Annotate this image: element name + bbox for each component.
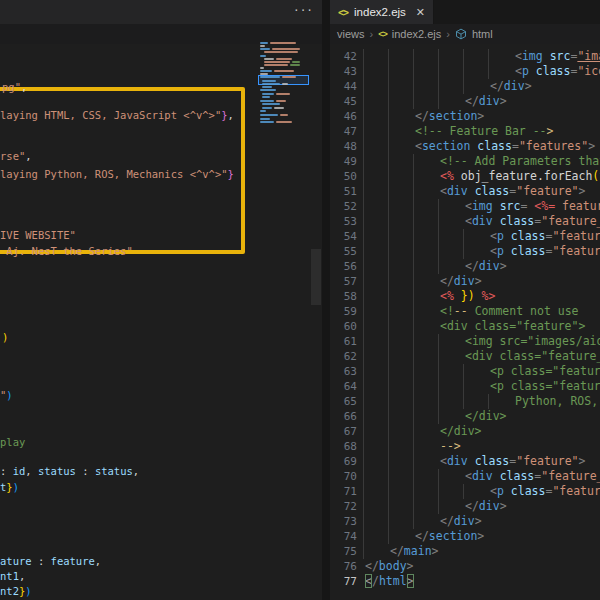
line-number[interactable]: 55 — [330, 244, 357, 259]
line-number[interactable]: 73 — [330, 514, 357, 529]
line-number[interactable]: 57 — [330, 274, 357, 289]
code-line[interactable]: 47<!-- Feature Bar --> — [330, 124, 600, 139]
line-number[interactable]: 43 — [330, 64, 357, 79]
code-line[interactable]: 75</main> — [330, 544, 600, 559]
close-icon[interactable]: ✕ — [416, 6, 425, 19]
code-line[interactable]: laying HTML, CSS, JavaScript <^v^>"}, — [0, 108, 234, 123]
line-number[interactable]: 61 — [330, 334, 357, 349]
breadcrumb-item-html[interactable]: html — [472, 28, 493, 40]
code-line[interactable]: 45</div> — [330, 94, 600, 109]
code-line[interactable]: 66</div> — [330, 409, 600, 424]
editor-group-sash[interactable] — [322, 0, 330, 600]
code-line[interactable]: Aj. NesT the Series" — [0, 244, 133, 259]
code-line[interactable]: 64<p class="feature — [330, 379, 600, 394]
code-line[interactable]: nt2}) — [0, 584, 32, 599]
line-number[interactable]: 53 — [330, 214, 357, 229]
line-number[interactable]: 76 — [330, 559, 357, 574]
breadcrumb-item-views[interactable]: views — [337, 28, 365, 40]
line-number[interactable]: 58 — [330, 289, 357, 304]
line-number[interactable]: 77 — [330, 574, 357, 589]
line-number[interactable]: 67 — [330, 424, 357, 439]
code-line[interactable]: 62<div class="feature_in — [330, 349, 600, 364]
line-number[interactable]: 72 — [330, 499, 357, 514]
code-line[interactable]: play — [0, 435, 25, 450]
line-number[interactable]: 50 — [330, 169, 357, 184]
code-line[interactable]: 43<p class="ico — [330, 64, 600, 79]
line-number[interactable]: 70 — [330, 469, 357, 484]
line-number[interactable]: 64 — [330, 379, 357, 394]
code-line[interactable]: 73</div> — [330, 514, 600, 529]
right-editor[interactable]: 42<img src="ima43<p class="ico44</div>45… — [330, 44, 600, 600]
line-number[interactable]: 65 — [330, 394, 357, 409]
code-line[interactable]: 71<p class="feature — [330, 484, 600, 499]
line-number[interactable]: 45 — [330, 94, 357, 109]
line-number[interactable]: 74 — [330, 529, 357, 544]
code-line[interactable]: 50<% obj_feature.forEach(fun — [330, 169, 600, 184]
code-line[interactable]: nt1, — [0, 569, 25, 584]
code-line[interactable]: rse", — [0, 149, 32, 164]
line-number[interactable]: 60 — [330, 319, 357, 334]
indent-guide — [438, 64, 439, 79]
code-line[interactable]: t}) — [0, 480, 19, 495]
code-line[interactable]: 52<img src= <%= feature — [330, 199, 600, 214]
code-line[interactable]: 44</div> — [330, 79, 600, 94]
code-line[interactable]: 55<p class="feature — [330, 244, 600, 259]
code-line[interactable]: pg", — [2, 80, 27, 95]
code-line[interactable]: 61<img src="images/aiot — [330, 334, 600, 349]
code-line[interactable]: : id, status : status, — [0, 464, 139, 479]
line-number[interactable]: 48 — [330, 139, 357, 154]
left-scrollbar-thumb[interactable] — [311, 249, 321, 305]
code-line[interactable]: 46</section> — [330, 109, 600, 124]
line-number[interactable]: 49 — [330, 154, 357, 169]
line-number[interactable]: 52 — [330, 199, 357, 214]
line-number[interactable]: 54 — [330, 229, 357, 244]
code-line[interactable]: 60<div class="feature"> — [330, 319, 600, 334]
code-line[interactable]: 42<img src="ima — [330, 49, 600, 64]
code-line[interactable]: 48<section class="features"> — [330, 139, 600, 154]
line-number[interactable]: 69 — [330, 454, 357, 469]
minimap[interactable] — [258, 44, 308, 600]
line-number[interactable]: 75 — [330, 544, 357, 559]
line-number[interactable]: 56 — [330, 259, 357, 274]
line-number[interactable]: 71 — [330, 484, 357, 499]
code-line[interactable]: ") — [0, 388, 13, 403]
ejs-file-icon: <> — [378, 29, 387, 39]
code-line[interactable]: ature : feature, — [0, 554, 101, 569]
line-number[interactable]: 42 — [330, 49, 357, 64]
line-number[interactable]: 47 — [330, 124, 357, 139]
code-line[interactable]: 59<!-- Comment not use — [330, 304, 600, 319]
code-line[interactable]: 70<div class="feature_in — [330, 469, 600, 484]
code-line[interactable]: 57</div> — [330, 274, 600, 289]
code-line[interactable]: 58<% }) %> — [330, 289, 600, 304]
code-line[interactable]: 51<div class="feature"> — [330, 184, 600, 199]
line-number[interactable]: 66 — [330, 409, 357, 424]
code-line[interactable]: 68--> — [330, 439, 600, 454]
code-line[interactable]: 53<div class="feature_in — [330, 214, 600, 229]
code-line[interactable]: laying Python, ROS, Mechanics <^v^>"} — [0, 167, 234, 182]
code-line[interactable]: 74</section> — [330, 529, 600, 544]
breadcrumb-item-file[interactable]: index2.ejs — [392, 28, 442, 40]
line-number[interactable]: 62 — [330, 349, 357, 364]
code-line[interactable]: 69<div class="feature"> — [330, 454, 600, 469]
line-number[interactable]: 59 — [330, 304, 357, 319]
left-editor[interactable]: pg",laying HTML, CSS, JavaScript <^v^>"}… — [0, 44, 258, 600]
code-line[interactable]: 67</div> — [330, 424, 600, 439]
line-number[interactable]: 51 — [330, 184, 357, 199]
indent-guide — [388, 49, 389, 64]
code-line[interactable]: 76</body> — [330, 559, 600, 574]
code-line[interactable]: 56</div> — [330, 259, 600, 274]
code-line[interactable]: 65Python, ROS, — [330, 394, 600, 409]
line-number[interactable]: 68 — [330, 439, 357, 454]
tab-index2-ejs[interactable]: <> index2.ejs ✕ — [330, 0, 434, 24]
code-line[interactable]: 77</html> — [330, 574, 600, 589]
code-line[interactable]: 72</div> — [330, 499, 600, 514]
code-line[interactable]: 54<p class="feature — [330, 229, 600, 244]
editor-more-actions-icon[interactable]: ··· — [294, 1, 314, 17]
line-number[interactable]: 63 — [330, 364, 357, 379]
code-line[interactable]: 63<p class="feature — [330, 364, 600, 379]
code-line[interactable]: IVE WEBSITE" — [0, 228, 76, 243]
code-line[interactable]: ) — [2, 330, 8, 345]
line-number[interactable]: 44 — [330, 79, 357, 94]
code-line[interactable]: 49<!-- Add Parameters that — [330, 154, 600, 169]
line-number[interactable]: 46 — [330, 109, 357, 124]
